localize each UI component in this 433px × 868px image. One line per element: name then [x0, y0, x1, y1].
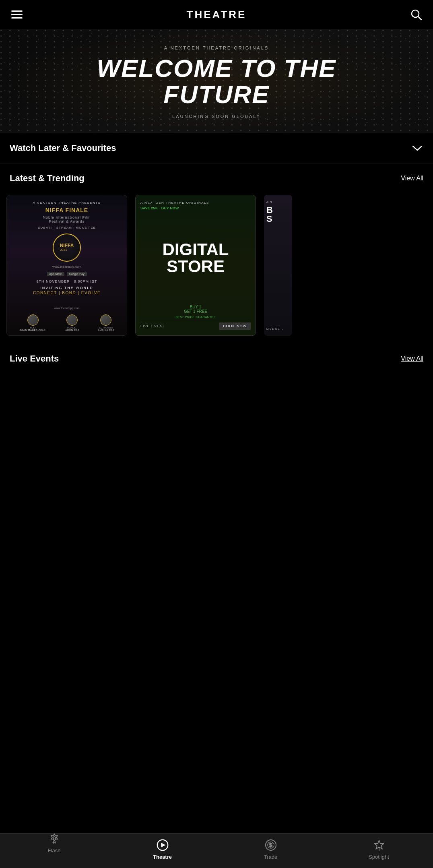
trending-cards-row: A NEXTGEN THEATRE PRESENTS NIFFA FINALE …	[0, 190, 433, 344]
digital-title: DIGITALSTORE	[163, 241, 229, 275]
niffa-title: NIFFA FINALE	[45, 207, 88, 214]
card-niffa[interactable]: A NEXTGEN THEATRE PRESENTS NIFFA FINALE …	[6, 195, 127, 336]
niffa-person-founder: FOUNDER ARUN RAJ	[65, 314, 79, 331]
chevron-down-icon[interactable]	[411, 144, 423, 152]
trending-title: Latest & Trending	[10, 173, 85, 184]
hamburger-icon[interactable]	[10, 7, 24, 22]
niffa-date: 9TH NOVEMBER 9:00PM IST	[36, 279, 97, 283]
partial-card-text: BS	[266, 206, 273, 223]
niffa-connect: CONNECT | BOND | EVOLVE	[33, 291, 101, 295]
partial-card-header: A N	[266, 200, 272, 203]
app-header: THEATRE	[0, 0, 433, 29]
hero-subtitle: A NEXTGEN THEATRE ORIGINALS	[164, 45, 269, 50]
svg-rect-1	[11, 14, 23, 15]
niffa-person-cofounder: CO-FOUNDER AMBIKA RAJ	[98, 314, 114, 331]
niffa-persons: HOST AGAN MAHESHWARI FOUNDER ARUN RAJ CO…	[7, 314, 127, 331]
digital-save-badge: SAVE 25% BUY NOW	[140, 206, 251, 210]
trending-view-all[interactable]: View All	[401, 175, 423, 182]
hero-launch-text: LAUNCHING SOON GLOBALY	[172, 114, 261, 119]
niffa-invite: INVITING THE WORLD	[40, 286, 93, 290]
hero-banner: A NEXTGEN THEATRE ORIGINALS WELCOME TO T…	[0, 29, 433, 133]
niffa-url: www.theantapp.com	[52, 265, 81, 269]
digital-best-price: BEST PRICE GUARANTEE	[140, 315, 251, 319]
live-events-view-all[interactable]: View All	[401, 355, 423, 362]
niffa-person-host: HOST AGAN MAHESHWARI	[19, 314, 46, 331]
digital-live-event-label: LIVE EVENT	[140, 324, 165, 328]
trending-section-header: Latest & Trending View All	[0, 163, 433, 190]
digital-book-now[interactable]: BOOK NOW	[219, 322, 251, 330]
niffa-org: Noble International FilmFestival & Award…	[43, 215, 91, 223]
search-icon[interactable]	[409, 7, 423, 22]
partial-live-event: LIVE EV...	[266, 327, 283, 330]
niffa-header-text: A NEXTGEN THEATRE PRESENTS	[33, 201, 101, 205]
digital-header-text: A NEXTGEN THEATRE ORIGINALS	[140, 201, 251, 205]
digital-bogo: BUY 1GET 1 FREE	[184, 305, 207, 314]
watch-later-title: Watch Later & Favourites	[10, 143, 116, 153]
hero-title: WELCOME TO THE FUTURE	[97, 55, 336, 107]
digital-footer: LIVE EVENT BOOK NOW	[140, 319, 251, 330]
card-digital-store[interactable]: A NEXTGEN THEATRE ORIGINALS SAVE 25% BUY…	[135, 195, 256, 336]
svg-rect-0	[11, 10, 23, 12]
niffa-logo: NIFFA 2021	[53, 234, 81, 262]
live-events-title: Live Events	[10, 353, 59, 364]
niffa-tagline-sub: SUBMIT | STREAM | MONETIZE	[38, 226, 96, 229]
app-title: THEATRE	[187, 8, 247, 21]
card-partial[interactable]: A N BS LIVE EV...	[264, 195, 292, 336]
live-events-section-header: Live Events View All	[0, 344, 433, 370]
watch-later-section[interactable]: Watch Later & Favourites	[0, 133, 433, 163]
niffa-website-bottom: www.theantapp.com	[7, 307, 127, 310]
svg-line-4	[418, 17, 421, 20]
niffa-apps: App Store Google Play	[47, 272, 87, 276]
svg-rect-2	[11, 17, 23, 19]
